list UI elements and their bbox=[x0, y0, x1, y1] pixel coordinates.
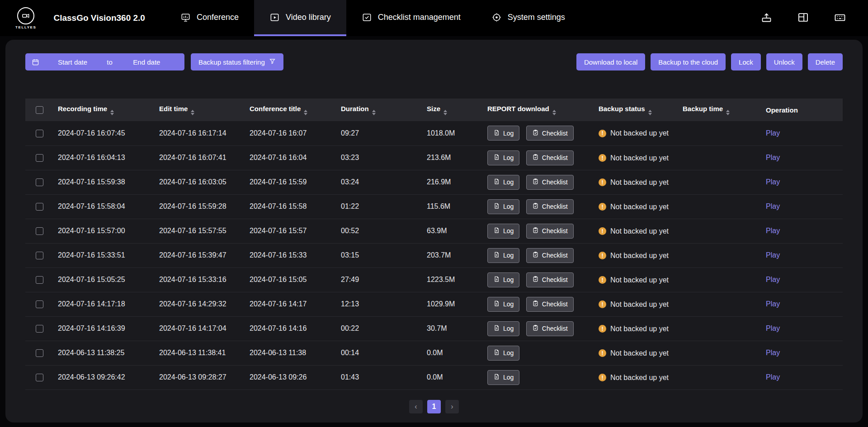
tab-video-library[interactable]: Video library bbox=[254, 0, 346, 36]
row-checkbox[interactable] bbox=[36, 227, 43, 235]
tab-system-settings[interactable]: System settings bbox=[476, 0, 580, 36]
row-checkbox[interactable] bbox=[36, 203, 43, 211]
play-link[interactable]: Play bbox=[766, 324, 780, 332]
log-button[interactable]: Log bbox=[487, 346, 519, 361]
col-backup-time[interactable]: Backup time bbox=[678, 99, 761, 121]
checklist-icon bbox=[362, 12, 372, 23]
play-link[interactable]: Play bbox=[766, 202, 780, 210]
cell-backup-status: ! Not backed up yet bbox=[594, 316, 678, 341]
play-link[interactable]: Play bbox=[766, 349, 780, 357]
log-button[interactable]: Log bbox=[487, 370, 519, 385]
cell-backup-time bbox=[678, 170, 761, 194]
row-checkbox[interactable] bbox=[36, 325, 43, 333]
sort-icon[interactable] bbox=[648, 110, 652, 115]
sort-icon[interactable] bbox=[726, 110, 730, 115]
page-1-button[interactable]: 1 bbox=[427, 400, 441, 413]
col-backup-status[interactable]: Backup status bbox=[594, 99, 678, 121]
checklist-button[interactable]: Checklist bbox=[526, 272, 574, 287]
checklist-button[interactable]: Checklist bbox=[526, 248, 574, 263]
device-keyboard-button[interactable] bbox=[834, 11, 846, 25]
split-screen-button[interactable] bbox=[797, 11, 809, 25]
sort-icon[interactable] bbox=[110, 110, 114, 115]
warning-icon: ! bbox=[599, 227, 606, 235]
play-link[interactable]: Play bbox=[766, 154, 780, 161]
checklist-button[interactable]: Checklist bbox=[526, 150, 574, 165]
settings-icon bbox=[491, 12, 502, 23]
row-checkbox[interactable] bbox=[36, 154, 43, 162]
backup-status-filter-button[interactable]: Backup status filtering bbox=[191, 53, 283, 70]
checklist-button[interactable]: Checklist bbox=[526, 126, 574, 141]
date-range-picker[interactable]: Start date to End date bbox=[25, 53, 184, 70]
unlock-button[interactable]: Unlock bbox=[766, 53, 802, 70]
start-date-placeholder: Start date bbox=[41, 58, 104, 66]
cell-recording-time: 2024-07-16 15:59:38 bbox=[53, 170, 155, 194]
play-link[interactable]: Play bbox=[766, 178, 780, 186]
cell-duration: 27:49 bbox=[336, 267, 422, 292]
cell-operation: Play bbox=[761, 121, 843, 145]
col-size[interactable]: Size bbox=[422, 99, 483, 121]
lock-button[interactable]: Lock bbox=[731, 53, 761, 70]
log-button[interactable]: Log bbox=[487, 297, 519, 312]
cell-backup-time bbox=[678, 267, 761, 292]
play-link[interactable]: Play bbox=[766, 300, 780, 308]
prev-page-button[interactable]: ‹ bbox=[409, 400, 423, 413]
log-button[interactable]: Log bbox=[487, 126, 519, 141]
log-icon bbox=[493, 324, 500, 333]
sort-icon[interactable] bbox=[304, 110, 307, 115]
checklist-button[interactable]: Checklist bbox=[526, 224, 574, 239]
row-checkbox[interactable] bbox=[36, 276, 43, 284]
row-checkbox[interactable] bbox=[36, 374, 43, 381]
cell-size: 0.0M bbox=[422, 341, 483, 365]
cell-backup-status: ! Not backed up yet bbox=[594, 121, 678, 145]
cell-report-download: Log Checklist bbox=[483, 194, 594, 219]
play-link[interactable]: Play bbox=[766, 251, 780, 259]
next-page-button[interactable]: › bbox=[445, 400, 459, 413]
log-icon bbox=[493, 251, 500, 259]
cell-duration: 03:24 bbox=[336, 170, 422, 194]
sort-icon[interactable] bbox=[191, 110, 194, 115]
table-header-row: Recording time Edit time Conference titl… bbox=[25, 99, 843, 121]
screen-push-button[interactable] bbox=[760, 11, 773, 25]
row-checkbox[interactable] bbox=[36, 130, 43, 137]
log-button[interactable]: Log bbox=[487, 321, 519, 336]
delete-button[interactable]: Delete bbox=[808, 53, 843, 70]
checklist-button[interactable]: Checklist bbox=[526, 199, 574, 214]
backup-to-cloud-button[interactable]: Backup to the cloud bbox=[651, 53, 726, 70]
checklist-button[interactable]: Checklist bbox=[526, 297, 574, 312]
cell-backup-status: ! Not backed up yet bbox=[594, 194, 678, 219]
row-checkbox[interactable] bbox=[36, 252, 43, 259]
sort-icon[interactable] bbox=[443, 110, 447, 115]
log-button[interactable]: Log bbox=[487, 199, 519, 214]
play-link[interactable]: Play bbox=[766, 129, 780, 137]
select-all-checkbox[interactable] bbox=[36, 106, 43, 114]
cell-recording-time: 2024-07-16 16:04:13 bbox=[53, 145, 155, 170]
log-button[interactable]: Log bbox=[487, 224, 519, 239]
tab-checklist-management[interactable]: Checklist management bbox=[346, 0, 476, 36]
col-duration[interactable]: Duration bbox=[336, 99, 422, 121]
play-link[interactable]: Play bbox=[766, 227, 780, 235]
checklist-button[interactable]: Checklist bbox=[526, 321, 574, 336]
log-button-label: Log bbox=[503, 203, 514, 210]
col-operation: Operation bbox=[761, 99, 843, 121]
play-link[interactable]: Play bbox=[766, 276, 780, 283]
row-checkbox[interactable] bbox=[36, 349, 43, 357]
row-checkbox[interactable] bbox=[36, 178, 43, 186]
log-button[interactable]: Log bbox=[487, 272, 519, 287]
warning-icon: ! bbox=[599, 374, 606, 381]
col-edit-time[interactable]: Edit time bbox=[155, 99, 245, 121]
play-link[interactable]: Play bbox=[766, 373, 780, 381]
log-button[interactable]: Log bbox=[487, 175, 519, 190]
sort-icon[interactable] bbox=[372, 110, 376, 115]
col-conference-title[interactable]: Conference title bbox=[245, 99, 336, 121]
cell-backup-time bbox=[678, 194, 761, 219]
cell-backup-time bbox=[678, 219, 761, 243]
log-button[interactable]: Log bbox=[487, 150, 519, 165]
download-to-local-button[interactable]: Download to local bbox=[576, 53, 645, 70]
log-button[interactable]: Log bbox=[487, 248, 519, 263]
tab-conference[interactable]: Conference bbox=[165, 0, 254, 36]
col-report-download[interactable]: REPORT download bbox=[483, 99, 594, 121]
sort-icon[interactable] bbox=[552, 110, 556, 115]
col-recording-time[interactable]: Recording time bbox=[53, 99, 155, 121]
checklist-button[interactable]: Checklist bbox=[526, 175, 574, 190]
row-checkbox[interactable] bbox=[36, 300, 43, 308]
